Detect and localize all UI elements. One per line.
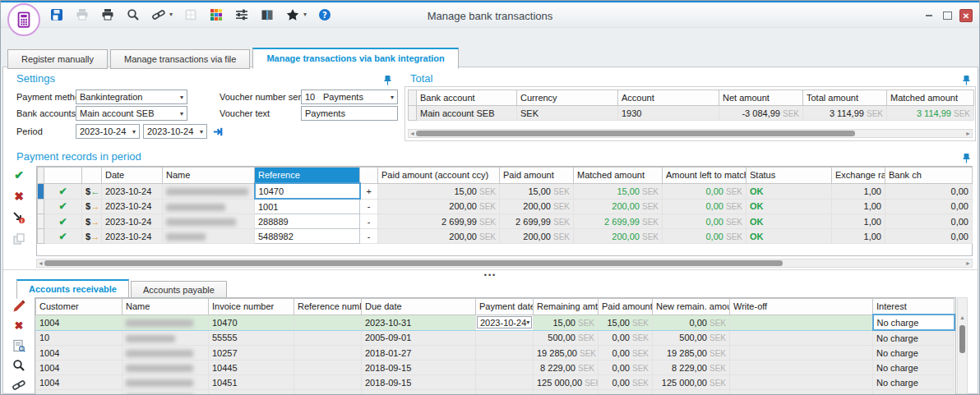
cell-payment-date[interactable] xyxy=(476,390,534,395)
cell-write-off[interactable] xyxy=(730,375,873,390)
cell-due-date[interactable]: 2005-09-01 xyxy=(362,330,476,346)
cell-reference-number[interactable] xyxy=(294,346,362,361)
col-exchange-rate[interactable]: Exchange rate xyxy=(832,168,885,184)
col-account[interactable]: Account xyxy=(618,90,719,106)
col-name[interactable]: Name xyxy=(122,299,209,315)
tab-accounts-payable[interactable]: Accounts payable xyxy=(131,281,227,299)
cell-name-redacted[interactable] xyxy=(122,361,209,375)
cell-customer[interactable]: 1004 xyxy=(36,390,122,395)
col-bank-account[interactable]: Bank account xyxy=(417,90,517,106)
payment-row[interactable]: ✔ $→ 2023-10-24 288889 - 2 699,99 SEK 2 … xyxy=(38,214,973,229)
total-matched-amount[interactable]: 3 114,99 SEK xyxy=(887,106,974,121)
receivables-vertical-scrollbar[interactable]: ▲ xyxy=(957,297,968,394)
col-remaining-amt[interactable]: Remaining amt, ccy xyxy=(534,299,599,315)
cell-bank-charge[interactable]: 0,00 xyxy=(885,214,973,229)
col-total-amount[interactable]: Total amount xyxy=(803,90,887,106)
cell-reference-number[interactable] xyxy=(294,390,362,395)
tab-manage-via-bank-integration[interactable]: Manage transactions via bank integration xyxy=(252,48,458,69)
edit-pen-icon[interactable] xyxy=(12,299,26,313)
cell-payment-date[interactable] xyxy=(476,330,534,346)
scroll-thumb[interactable] xyxy=(416,131,855,136)
total-pin-icon[interactable] xyxy=(962,75,971,85)
cell-new-remaining[interactable]: 0,00 SEK xyxy=(653,315,730,330)
cell-paid-account-ccy[interactable]: 200,00 SEK xyxy=(378,199,500,214)
remove-row-icon[interactable]: ✖ xyxy=(12,319,26,333)
scroll-left-arrow[interactable]: ◄ xyxy=(37,260,44,267)
total-row[interactable]: Main account SEB SEK 1930 -3 084,99 SEK … xyxy=(409,106,974,121)
cell-name-redacted[interactable] xyxy=(163,199,255,214)
cell-remaining[interactable]: 37 500,00 USD xyxy=(534,390,599,395)
cell-paid-amount[interactable]: 200,00 SEK xyxy=(500,229,574,244)
payment-records-pin-icon[interactable] xyxy=(962,153,971,163)
voucher-series-select[interactable]: 10 Payments ▾ xyxy=(301,90,398,104)
cell-paid-account-ccy[interactable]: 200,00 SEK xyxy=(378,229,500,244)
cell-name-redacted[interactable] xyxy=(122,330,209,346)
minimize-button[interactable] xyxy=(923,10,935,21)
cell-bank-charge[interactable]: 0,00 xyxy=(885,199,973,214)
invoice-row[interactable]: 1004 10446 2018-09-15 37 500,00 USD 0,00… xyxy=(36,390,955,395)
cell-customer[interactable]: 1004 xyxy=(36,346,122,361)
cell-sign[interactable]: - xyxy=(360,214,378,229)
cell-paid[interactable]: 0,00 SEK xyxy=(599,375,653,390)
cell-sign[interactable]: - xyxy=(360,199,378,214)
cell-amount-left[interactable]: 0,00 SEK xyxy=(663,183,747,199)
cell-invoice-number[interactable]: 55555 xyxy=(209,330,294,346)
col-reference[interactable]: Reference xyxy=(255,168,360,184)
cell-new-remaining[interactable]: 8 229,00 SEK xyxy=(653,361,730,375)
col-matched-amount[interactable]: Matched amount xyxy=(574,168,663,184)
col-paid-account-ccy[interactable]: Paid amount (account ccy) xyxy=(378,168,500,184)
cell-paid-amount[interactable]: 2 699,99 SEK xyxy=(500,214,574,229)
cell-matched-amount[interactable]: 2 699,99 SEK xyxy=(574,214,663,229)
total-currency[interactable]: SEK xyxy=(517,106,618,121)
cell-payment-date[interactable] xyxy=(476,361,534,375)
cell-sign[interactable]: + xyxy=(360,183,378,199)
cell-due-date[interactable]: 2018-09-15 xyxy=(362,361,476,375)
col-matched-amount[interactable]: Matched amount xyxy=(887,90,974,106)
cell-status[interactable]: OK xyxy=(747,214,832,229)
col-payment-date[interactable]: Payment date xyxy=(476,299,534,315)
cell-exchange-rate[interactable]: 1,00 xyxy=(832,214,885,229)
cell-exchange-rate[interactable]: 1,00 xyxy=(832,199,885,214)
cell-remaining[interactable]: 15,00 SEK xyxy=(534,315,599,330)
cell-interest[interactable]: No charge xyxy=(873,346,955,361)
invoice-row[interactable]: 1004 10451 2018-09-15 125 000,00 SEK 0,0… xyxy=(36,375,955,390)
cell-invoice-number[interactable]: 10257 xyxy=(209,346,294,361)
report-preview-icon[interactable] xyxy=(12,338,26,352)
cell-reference-number[interactable] xyxy=(294,315,362,330)
cell-name-redacted[interactable] xyxy=(122,346,209,361)
invoice-row[interactable]: 10 55555 2005-09-01 500,00 SEK 0,00 SEK … xyxy=(36,330,955,346)
cell-status[interactable]: OK xyxy=(747,183,832,199)
tab-manage-via-file[interactable]: Manage transactions via file xyxy=(110,49,250,69)
cell-due-date[interactable]: 2018-09-15 xyxy=(362,390,476,395)
match-confirm-icon[interactable]: ✔ xyxy=(12,168,26,181)
cell-reference[interactable]: 5488982 xyxy=(255,229,360,244)
invoice-row[interactable]: 1004 10257 2018-01-27 19 285,00 SEK 0,00… xyxy=(36,346,955,361)
row-selector[interactable] xyxy=(38,199,44,214)
matched-check-icon[interactable]: ✔ xyxy=(44,199,82,214)
tab-accounts-receivable[interactable]: Accounts receivable xyxy=(16,279,129,299)
cell-bank-charge[interactable]: 0,00 xyxy=(885,229,973,244)
cell-remaining[interactable]: 500,00 SEK xyxy=(534,330,599,346)
col-reference-number[interactable]: Reference number xyxy=(294,299,362,315)
cell-date[interactable]: 2023-10-24 xyxy=(102,229,163,244)
cell-payment-date[interactable]: 2023-10-24▾ xyxy=(476,315,534,330)
cell-sign[interactable]: - xyxy=(360,229,378,244)
link-invoice-icon[interactable] xyxy=(12,378,26,392)
cell-write-off[interactable] xyxy=(730,361,873,375)
cell-remaining[interactable]: 125 000,00 SEK xyxy=(534,375,599,390)
bank-accounts-select[interactable]: Main account SEB▾ xyxy=(76,106,187,121)
period-from-select[interactable]: 2023-10-24▾ xyxy=(76,124,140,139)
cell-reference-number[interactable] xyxy=(294,330,362,346)
cell-paid-amount[interactable]: 15,00 SEK xyxy=(500,183,574,199)
cell-amount-left[interactable]: 0,00 SEK xyxy=(663,214,747,229)
col-status[interactable]: Status xyxy=(747,168,832,184)
unmatch-warning-icon[interactable]: ! xyxy=(12,210,26,224)
settings-pin-icon[interactable] xyxy=(383,75,392,85)
cell-invoice-number[interactable]: 10446 xyxy=(209,390,294,395)
col-bank-charge[interactable]: Bank ch xyxy=(885,168,973,184)
cell-date[interactable]: 2023-10-24 xyxy=(102,183,163,199)
period-to-select[interactable]: 2023-10-24▾ xyxy=(143,124,207,139)
cell-amount-left[interactable]: 0,00 SEK xyxy=(663,229,747,244)
col-net-amount[interactable]: Net amount xyxy=(719,90,803,106)
col-currency[interactable]: Currency xyxy=(517,90,618,106)
